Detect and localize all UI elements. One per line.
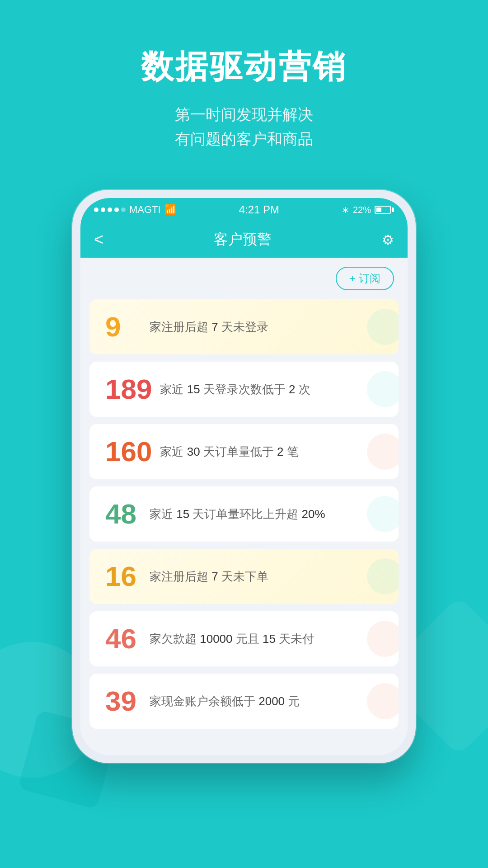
alert-number: 189 [105, 375, 152, 403]
bluetooth-icon: ∗ [342, 204, 349, 215]
alert-text: 家注册后超 7 天未登录 [150, 319, 383, 335]
battery-icon [375, 206, 394, 214]
subscribe-bar: + 订阅 [80, 258, 408, 295]
main-subtitle: 第一时间发现并解决 有问题的客户和商品 [0, 102, 488, 151]
alert-text: 家近 15 天登录次数低于 2 次 [160, 381, 383, 397]
carrier-label: MAGTI [129, 204, 161, 216]
alert-number: 16 [105, 562, 141, 590]
alert-text: 家现金账户余额低于 2000 元 [150, 693, 383, 709]
alert-item[interactable]: 189 家近 15 天登录次数低于 2 次 [89, 362, 399, 417]
alert-item[interactable]: 9 家注册后超 7 天未登录 [89, 299, 399, 354]
header-section: 数据驱动营销 第一时间发现并解决 有问题的客户和商品 [0, 45, 488, 151]
alert-number: 46 [105, 625, 141, 653]
subscribe-button[interactable]: + 订阅 [336, 267, 394, 290]
alert-item[interactable]: 48 家近 15 天订单量环比上升超 20% [89, 486, 399, 542]
battery-pct: 22% [353, 205, 371, 215]
content-area: + 订阅 9 家注册后超 7 天未登录 189 家近 15 天登录次数低于 2 … [80, 258, 408, 755]
alert-item[interactable]: 46 家欠款超 10000 元且 15 天未付 [89, 611, 399, 666]
alert-number: 160 [105, 438, 152, 466]
alert-list: 9 家注册后超 7 天未登录 189 家近 15 天登录次数低于 2 次 160… [80, 295, 408, 742]
nav-title: 客户预警 [214, 230, 272, 250]
wifi-icon: 📶 [164, 204, 177, 216]
alert-number: 48 [105, 500, 141, 528]
nav-bar: < 客户预警 ⚙ [80, 222, 408, 258]
alert-text: 家近 15 天订单量环比上升超 20% [150, 506, 383, 522]
status-bar: MAGTI 📶 4:21 PM ∗ 22% [80, 198, 408, 222]
phone-mockup: MAGTI 📶 4:21 PM ∗ 22% < 客户预警 ⚙ [72, 190, 416, 763]
settings-button[interactable]: ⚙ [382, 232, 394, 248]
status-right: ∗ 22% [342, 204, 394, 215]
alert-item[interactable]: 16 家注册后超 7 天未下单 [89, 549, 399, 604]
alert-text: 家近 30 天订单量低于 2 笔 [160, 443, 383, 460]
main-title: 数据驱动营销 [0, 45, 488, 89]
status-left: MAGTI 📶 [94, 204, 177, 216]
time-display: 4:21 PM [239, 203, 279, 216]
back-button[interactable]: < [94, 230, 103, 249]
alert-number: 9 [105, 313, 141, 341]
alert-item[interactable]: 160 家近 30 天订单量低于 2 笔 [89, 424, 399, 479]
alert-number: 39 [105, 687, 141, 715]
alert-text: 家注册后超 7 天未下单 [150, 568, 383, 585]
alert-item[interactable]: 39 家现金账户余额低于 2000 元 [89, 674, 399, 729]
alert-text: 家欠款超 10000 元且 15 天未付 [150, 631, 383, 647]
